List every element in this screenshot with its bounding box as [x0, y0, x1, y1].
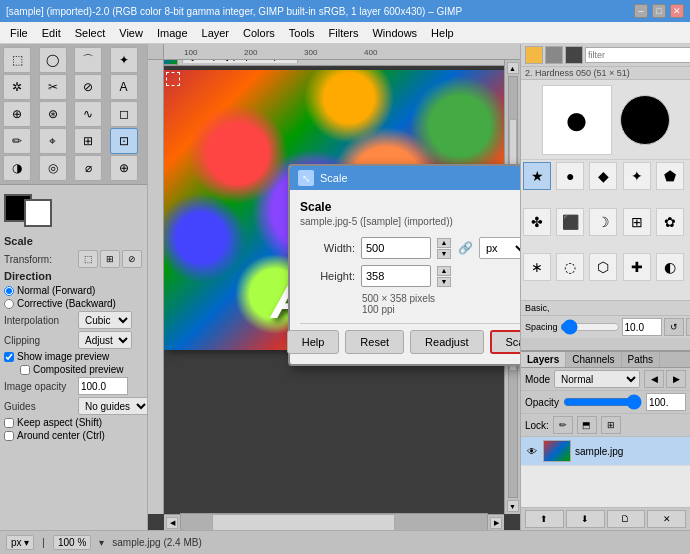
menu-view[interactable]: View: [113, 25, 149, 41]
menu-filters[interactable]: Filters: [323, 25, 365, 41]
transform-layer[interactable]: ⬚: [78, 250, 98, 268]
hscroll-left-button[interactable]: ◀: [166, 517, 178, 529]
horizontal-scrollbar[interactable]: ◀ ▶: [164, 514, 504, 530]
color-swatch-1[interactable]: [525, 46, 543, 64]
spacing-refresh-icon[interactable]: ↻: [686, 318, 690, 336]
tool-gradient[interactable]: ⊡: [110, 128, 138, 154]
hscroll-thumb[interactable]: [212, 514, 396, 531]
layers-tab-channels[interactable]: Channels: [566, 352, 621, 367]
menu-tools[interactable]: Tools: [283, 25, 321, 41]
menu-colors[interactable]: Colors: [237, 25, 281, 41]
status-zoom-button[interactable]: 100 %: [53, 535, 91, 550]
background-color[interactable]: [24, 199, 52, 227]
guides-select[interactable]: No guides: [78, 397, 147, 415]
layers-move-down[interactable]: ⬇: [566, 510, 605, 528]
brush-cell-5[interactable]: ✤: [523, 208, 551, 236]
tool-text[interactable]: A: [110, 74, 138, 100]
layers-opacity-slider[interactable]: [563, 397, 642, 407]
brush-cell-10[interactable]: ∗: [523, 253, 551, 281]
brush-cell-0[interactable]: ★: [523, 162, 551, 190]
scale-unit-select[interactable]: pxmmcmin%: [479, 237, 520, 259]
vscroll-down-button[interactable]: ▼: [507, 500, 519, 512]
layers-mode-select[interactable]: Normal Multiply Screen: [554, 370, 640, 388]
spacing-input[interactable]: [622, 318, 662, 336]
tool-dodge[interactable]: ◑: [3, 155, 31, 181]
brush-cell-11[interactable]: ◌: [556, 253, 584, 281]
close-button[interactable]: ✕: [670, 4, 684, 18]
maximize-button[interactable]: □: [652, 4, 666, 18]
tool-ellipse-select[interactable]: ◯: [39, 47, 67, 73]
layers-lock-alpha[interactable]: ⬒: [577, 416, 597, 434]
tool-scissors[interactable]: ✂: [39, 74, 67, 100]
brush-cell-7[interactable]: ☽: [589, 208, 617, 236]
scale-height-up[interactable]: ▲: [437, 266, 451, 276]
layers-lock-pixels[interactable]: ✏: [553, 416, 573, 434]
show-preview-checkbox[interactable]: [4, 352, 14, 362]
tool-zoom[interactable]: ⊕: [110, 155, 138, 181]
clipping-select[interactable]: AdjustClip: [78, 331, 132, 349]
color-swatch-2[interactable]: [545, 46, 563, 64]
brush-cell-1[interactable]: ●: [556, 162, 584, 190]
hscroll-track[interactable]: [180, 513, 488, 531]
layers-tab-layers[interactable]: Layers: [521, 352, 566, 367]
layers-new[interactable]: 🗋: [607, 510, 646, 528]
spacing-reset-icon[interactable]: ↺: [664, 318, 684, 336]
color-swatch-3[interactable]: [565, 46, 583, 64]
menu-select[interactable]: Select: [69, 25, 112, 41]
brush-cell-6[interactable]: ⬛: [556, 208, 584, 236]
tool-blur[interactable]: ◎: [39, 155, 67, 181]
layers-delete[interactable]: ✕: [647, 510, 686, 528]
brushes-filter-input[interactable]: [585, 47, 690, 63]
hscroll-right-button[interactable]: ▶: [490, 517, 502, 529]
scale-width-down[interactable]: ▼: [437, 249, 451, 259]
layers-lock-position[interactable]: ⊞: [601, 416, 621, 434]
tool-smudge[interactable]: ∿: [74, 101, 102, 127]
tool-clone[interactable]: ⊛: [39, 101, 67, 127]
scale-width-up[interactable]: ▲: [437, 238, 451, 248]
menu-edit[interactable]: Edit: [36, 25, 67, 41]
layer-visibility-0[interactable]: 👁: [525, 444, 539, 458]
brush-cell-13[interactable]: ✚: [623, 253, 651, 281]
brush-cell-2[interactable]: ◆: [589, 162, 617, 190]
layers-mode-next[interactable]: ▶: [666, 370, 686, 388]
scale-scale-button[interactable]: Scale: [490, 330, 520, 354]
layers-opacity-input[interactable]: [646, 393, 686, 411]
brush-cell-4[interactable]: ⬟: [656, 162, 684, 190]
layers-tab-paths[interactable]: Paths: [622, 352, 661, 367]
tool-bucket[interactable]: ⊞: [74, 128, 102, 154]
brush-cell-3[interactable]: ✦: [623, 162, 651, 190]
menu-image[interactable]: Image: [151, 25, 194, 41]
tool-select-color[interactable]: ✲: [3, 74, 31, 100]
direction-normal-radio[interactable]: [4, 286, 14, 296]
brush-cell-8[interactable]: ⊞: [623, 208, 651, 236]
scale-help-button[interactable]: Help: [287, 330, 340, 354]
spacing-slider[interactable]: [560, 322, 620, 332]
tool-pencil[interactable]: ✏: [3, 128, 31, 154]
menu-file[interactable]: File: [4, 25, 34, 41]
vscroll-up-button[interactable]: ▲: [507, 62, 519, 74]
composited-preview-checkbox[interactable]: [20, 365, 30, 375]
status-unit-button[interactable]: px ▾: [6, 535, 34, 550]
layer-row-0[interactable]: 👁 sample.jpg: [521, 437, 690, 466]
tool-free-select[interactable]: ⌒: [74, 47, 102, 73]
brush-cell-12[interactable]: ⬡: [589, 253, 617, 281]
direction-corrective-radio[interactable]: [4, 299, 14, 309]
tool-erase[interactable]: ◻: [110, 101, 138, 127]
scale-reset-button[interactable]: Reset: [345, 330, 404, 354]
brush-cell-14[interactable]: ◐: [656, 253, 684, 281]
tool-fuzzy-select[interactable]: ✦: [110, 47, 138, 73]
tool-rect-select[interactable]: ⬚: [3, 47, 31, 73]
menu-windows[interactable]: Windows: [366, 25, 423, 41]
layers-mode-prev[interactable]: ◀: [644, 370, 664, 388]
menu-layer[interactable]: Layer: [196, 25, 236, 41]
tool-heal[interactable]: ⊕: [3, 101, 31, 127]
layers-move-up[interactable]: ⬆: [525, 510, 564, 528]
scale-readjust-button[interactable]: Readjust: [410, 330, 483, 354]
scale-height-input[interactable]: [361, 265, 431, 287]
tool-paint[interactable]: ⌖: [39, 128, 67, 154]
tool-measure[interactable]: ⌀: [74, 155, 102, 181]
transform-selection[interactable]: ⊞: [100, 250, 120, 268]
transform-path[interactable]: ⊘: [122, 250, 142, 268]
interpolation-select[interactable]: CubicLinearNone: [78, 311, 132, 329]
tool-paths[interactable]: ⊘: [74, 74, 102, 100]
